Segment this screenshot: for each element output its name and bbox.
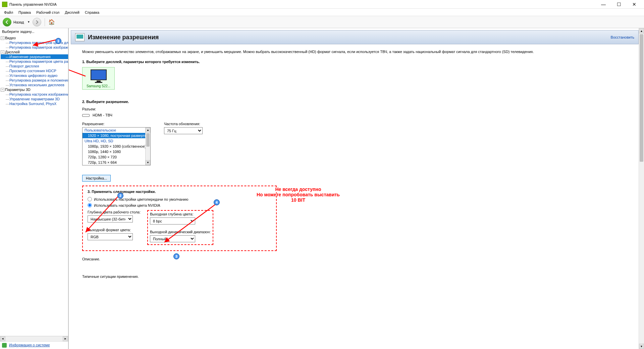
monitor-icon	[75, 33, 85, 41]
list-item[interactable]: 720p, 1280 × 720	[83, 154, 150, 160]
arrow-right-icon	[35, 20, 39, 24]
page-title: Изменение разрешения	[88, 34, 159, 41]
list-item[interactable]: 1920 × 1080, построчная развертка	[83, 133, 150, 138]
tree-category-label: Параметры 3D	[5, 88, 31, 92]
tree-item-rotate-display[interactable]: —Поворот дисплея	[1, 64, 68, 68]
tree-item-label: Регулировка параметров цвета рабочег	[9, 59, 68, 63]
scroll-right-icon[interactable]: ►	[63, 336, 68, 341]
tree-item-label: Просмотр состояния HDCP	[9, 69, 56, 73]
content-vscroll[interactable]: ▲ ▼	[639, 28, 644, 349]
nvidia-icon	[2, 2, 7, 7]
workspace: Выберите задачу... − Видео —Регулировка …	[0, 28, 644, 349]
tree-item-manage-3d[interactable]: —Управление параметрами 3D	[1, 97, 68, 101]
menu-file[interactable]: Файл	[1, 9, 16, 15]
connector-row: HDMI - ТВЧ	[82, 113, 628, 117]
tree-item-size-position[interactable]: —Регулировка размера и положения рабо	[1, 78, 68, 83]
navbar: Назад ▼ 🏠	[0, 16, 644, 28]
home-button[interactable]: 🏠	[48, 19, 55, 25]
content-body: Можно уменьшить количество элементов, от…	[69, 44, 638, 287]
monitor-icon	[91, 69, 107, 80]
menu-display[interactable]: Дисплей	[62, 9, 82, 15]
scroll-up-icon[interactable]: ▲	[639, 28, 644, 34]
collapse-icon[interactable]: −	[1, 36, 4, 40]
sidebar-hscroll[interactable]: ◄ ►	[0, 336, 68, 341]
callout-4: 4	[214, 199, 220, 205]
list-item[interactable]: 720p, 1176 × 664	[83, 160, 150, 165]
menu-desktop[interactable]: Рабочий стол	[34, 9, 62, 15]
tree-item-surround-physx[interactable]: —Настройка Surround, PhysX	[1, 101, 68, 106]
svg-line-1	[86, 195, 119, 232]
tree-item-image-preview[interactable]: —Регулировка настроек изображения с пр	[1, 92, 68, 97]
window-controls: — ☐ ✕	[596, 0, 642, 9]
task-tree: − Видео —Регулировка параметров цвета дл…	[0, 35, 68, 336]
tree-item-label: Регулировка размера и положения рабо	[9, 78, 68, 82]
system-info-link[interactable]: Информация о системе	[9, 343, 50, 347]
refresh-select[interactable]: 75 Гц	[164, 127, 203, 134]
arrow-left-icon	[5, 20, 9, 24]
svg-line-2	[164, 204, 216, 242]
content-area: ▲ ▼ Изменение разрешения Восстановить Мо…	[69, 28, 644, 349]
svg-line-0	[69, 61, 86, 76]
back-button[interactable]	[3, 18, 11, 27]
tree-item-label: Настройка Surround, PhysX	[9, 102, 56, 106]
scroll-down-icon[interactable]: ▼	[146, 160, 150, 165]
resolution-listbox[interactable]: Пользовательское 1920 × 1080, построчная…	[82, 127, 151, 165]
scroll-up-icon[interactable]: ▲	[146, 128, 150, 133]
nav-separator	[45, 18, 45, 26]
arrow-annotation-1	[69, 58, 89, 81]
refresh-column: Частота обновления: 75 Гц	[164, 122, 203, 134]
annotation-line3: 10 BIT	[257, 197, 340, 203]
sidebar-footer: Информация о системе	[0, 341, 68, 349]
window-title: Панель управления NVIDIA	[9, 2, 57, 6]
scroll-thumb[interactable]	[640, 34, 643, 162]
scroll-track[interactable]	[5, 336, 63, 341]
list-item[interactable]: 1080p, 1920 × 1080 (собственное)	[83, 144, 150, 149]
callout-3: 3	[173, 253, 179, 259]
tree-item-hdcp-status[interactable]: —Просмотр состояния HDCP	[1, 68, 68, 73]
callout-2: 2	[117, 193, 123, 199]
typical-header: Типичные ситуации применения.	[82, 275, 628, 279]
tree-item-label: Управление параметрами 3D	[9, 97, 60, 101]
section2-title: 2. Выберите разрешение.	[82, 100, 628, 104]
restore-link[interactable]: Восстановить	[611, 35, 634, 39]
display-label: Samsung S22...	[87, 84, 110, 88]
listbox-scroll[interactable]: ▲ ▼	[145, 128, 150, 165]
hdmi-icon	[82, 114, 90, 117]
back-dropdown[interactable]: ▼	[26, 20, 32, 23]
menu-help[interactable]: Справка	[82, 9, 102, 15]
collapse-icon[interactable]: −	[1, 88, 4, 92]
list-group-custom: Пользовательское	[83, 128, 150, 133]
scroll-left-icon[interactable]: ◄	[0, 336, 5, 341]
intro-text: Можно уменьшить количество элементов, от…	[82, 50, 628, 54]
callout-1-sidebar: 1	[55, 38, 61, 44]
tree-item-desktop-color[interactable]: —Регулировка параметров цвета рабочег	[1, 59, 68, 64]
resolution-label: Разрешение:	[82, 122, 151, 126]
page-header: Изменение разрешения Восстановить	[71, 30, 639, 44]
tree-item-multi-display[interactable]: —Установка нескольких дисплеев	[1, 83, 68, 87]
svg-line-3	[33, 40, 57, 45]
tree-item-change-resolution[interactable]: —Изменение разрешения	[1, 54, 68, 59]
section1-title: 1. Выберите дисплей, параметры которого …	[82, 60, 628, 64]
forward-button[interactable]	[33, 18, 41, 27]
connector-value: HDMI - ТВЧ	[93, 113, 112, 117]
scroll-thumb[interactable]	[146, 133, 150, 147]
tree-category-display[interactable]: − Дисплей	[1, 50, 68, 54]
close-button[interactable]: ✕	[627, 0, 642, 9]
titlebar: Панель управления NVIDIA — ☐ ✕	[0, 0, 644, 9]
maximize-button[interactable]: ☐	[611, 0, 627, 9]
arrow-annotation-3	[159, 202, 220, 246]
menu-edit[interactable]: Правка	[16, 9, 34, 15]
scroll-down-icon[interactable]: ▼	[639, 344, 644, 349]
connector-label: Разъем:	[82, 107, 628, 111]
annotation-line2: Но можете попробовать выставить	[257, 192, 340, 197]
tree-item-label: Установка нескольких дисплеев	[9, 83, 64, 87]
refresh-label: Частота обновления:	[164, 122, 203, 126]
list-item[interactable]: 1080p, 1440 × 1080	[83, 149, 150, 154]
customize-button[interactable]: Настройка...	[82, 175, 111, 182]
collapse-icon[interactable]: −	[1, 50, 4, 54]
output-format-select[interactable]: RGB	[88, 233, 133, 240]
annotation-text: Не всегда доступно Но можете попробовать…	[257, 187, 340, 203]
tree-category-3d[interactable]: − Параметры 3D	[1, 87, 68, 92]
tree-item-digital-audio[interactable]: —Установка цифрового аудио	[1, 73, 68, 78]
minimize-button[interactable]: —	[596, 0, 611, 9]
